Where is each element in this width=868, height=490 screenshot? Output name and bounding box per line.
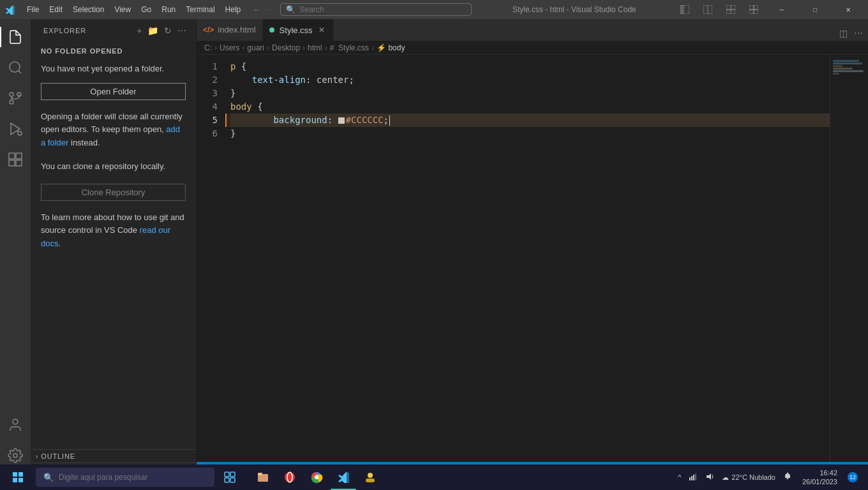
svg-point-13 bbox=[10, 93, 13, 96]
sidebar-title: Explorer bbox=[43, 27, 86, 34]
breadcrumb-html[interactable]: html bbox=[308, 43, 322, 52]
activity-source-control[interactable] bbox=[0, 83, 31, 114]
minimize-button[interactable]: ─ bbox=[767, 0, 797, 19]
tray-weather[interactable]: ☁ 22°C Nublado bbox=[719, 473, 778, 482]
sidebar-header: Explorer + 📁 ↻ ⋯ bbox=[31, 19, 196, 40]
no-folder-section: No Folder Opened You have not yet opened… bbox=[31, 40, 196, 269]
svg-rect-22 bbox=[16, 160, 22, 166]
menu-go[interactable]: Go bbox=[136, 3, 156, 17]
line-num-2: 2 bbox=[197, 73, 218, 87]
breadcrumb-guari[interactable]: guari bbox=[247, 43, 264, 52]
svg-rect-27 bbox=[225, 478, 229, 482]
tab-close-style[interactable]: ✕ bbox=[317, 25, 327, 35]
activity-search[interactable] bbox=[0, 52, 31, 83]
breadcrumb-body[interactable]: ⚡ body bbox=[377, 43, 405, 52]
layout-icon-1[interactable] bbox=[675, 5, 694, 14]
vscode-logo bbox=[5, 4, 15, 15]
menu-view[interactable]: View bbox=[109, 3, 136, 17]
svg-rect-37 bbox=[366, 479, 375, 482]
breadcrumb-c[interactable]: C: bbox=[204, 43, 212, 52]
start-button[interactable] bbox=[3, 464, 33, 490]
activity-explorer[interactable] bbox=[0, 22, 31, 52]
outline-label: Outline bbox=[41, 452, 75, 460]
no-folder-title: No Folder Opened bbox=[41, 47, 186, 55]
window-title: Style.css - html - Visual Studio Code bbox=[477, 5, 671, 14]
info-text-1: Opening a folder will close all currentl… bbox=[41, 112, 183, 135]
sidebar: Explorer + 📁 ↻ ⋯ No Folder Opened You ha… bbox=[31, 19, 197, 476]
code-token: body bbox=[230, 100, 257, 114]
tray-chevron[interactable]: ^ bbox=[675, 473, 684, 481]
open-folder-button[interactable]: Open Folder bbox=[41, 83, 186, 100]
layout-icon-2[interactable] bbox=[698, 5, 717, 14]
refresh-button[interactable]: ↻ bbox=[163, 24, 174, 37]
breadcrumb-users[interactable]: Users bbox=[220, 43, 239, 52]
nav-back-button[interactable]: ← bbox=[252, 5, 261, 14]
tray-show-desktop[interactable]: 12 bbox=[845, 472, 860, 482]
tray-network[interactable] bbox=[686, 472, 700, 482]
tray-notification[interactable] bbox=[781, 472, 795, 482]
svg-rect-26 bbox=[230, 472, 235, 477]
more-actions-button[interactable]: ⋯ bbox=[851, 26, 865, 41]
menu-run[interactable]: Run bbox=[156, 3, 181, 17]
activity-bar bbox=[0, 19, 31, 476]
code-line-1: p { bbox=[230, 60, 830, 73]
svg-rect-7 bbox=[749, 5, 754, 10]
taskbar-person[interactable] bbox=[357, 464, 383, 490]
svg-rect-20 bbox=[16, 153, 22, 159]
menu-help[interactable]: Help bbox=[220, 3, 246, 17]
taskbar-opera[interactable] bbox=[277, 464, 303, 490]
taskbar-search[interactable]: 🔍 bbox=[36, 468, 214, 487]
title-search-wrapper[interactable]: 🔍 bbox=[280, 3, 472, 16]
maximize-button[interactable]: □ bbox=[800, 0, 830, 19]
split-editor-button[interactable]: ◫ bbox=[837, 26, 850, 41]
svg-point-44 bbox=[787, 473, 788, 474]
menu-terminal[interactable]: Terminal bbox=[181, 3, 220, 17]
new-folder-button[interactable]: 📁 bbox=[146, 24, 160, 37]
clone-repository-button[interactable]: Clone Repository bbox=[41, 184, 186, 201]
tab-label-index: index.html bbox=[218, 25, 255, 34]
svg-rect-43 bbox=[786, 478, 788, 479]
taskbar-vscode[interactable] bbox=[331, 464, 356, 490]
taskbar-search-icon: 🔍 bbox=[43, 473, 54, 482]
tab-style-css[interactable]: Style.css ✕ bbox=[263, 19, 334, 41]
nav-forward-button[interactable]: → bbox=[264, 5, 273, 14]
activity-run[interactable] bbox=[0, 114, 31, 144]
weather-icon: ☁ bbox=[722, 473, 729, 482]
layout-icon-4[interactable] bbox=[744, 5, 763, 14]
menu-file[interactable]: File bbox=[22, 3, 44, 17]
activity-account[interactable] bbox=[0, 410, 31, 440]
svg-rect-1 bbox=[680, 5, 684, 14]
layout-icon-3[interactable] bbox=[721, 5, 740, 14]
title-search-input[interactable] bbox=[299, 5, 466, 14]
breadcrumb-style-css[interactable]: # Style.css bbox=[330, 43, 369, 52]
breadcrumb-desktop[interactable]: Desktop bbox=[272, 43, 300, 52]
tray-volume[interactable] bbox=[703, 472, 717, 482]
code-content[interactable]: p { text-align: center; } body { bbox=[225, 55, 830, 462]
activity-extensions[interactable] bbox=[0, 144, 31, 175]
search-icon: 🔍 bbox=[286, 5, 296, 14]
weather-temp: 22°C Nublado bbox=[731, 473, 775, 481]
tray-datetime[interactable]: 16:42 26/01/2023 bbox=[797, 468, 842, 487]
window-controls: ─ □ ✕ bbox=[675, 0, 863, 19]
taskbar-search-input[interactable] bbox=[59, 473, 207, 482]
tray-time-value: 16:42 bbox=[802, 468, 837, 477]
tab-index-html[interactable]: </> index.html bbox=[197, 19, 263, 41]
outline-header[interactable]: › Outline bbox=[31, 450, 196, 463]
tray-date-value: 26/01/2023 bbox=[802, 477, 837, 486]
close-button[interactable]: ✕ bbox=[834, 0, 863, 19]
menu-edit[interactable]: Edit bbox=[44, 3, 68, 17]
code-editor[interactable]: 1 2 3 4 5 6 p { text-align: center; bbox=[197, 55, 868, 462]
line-num-6: 6 bbox=[197, 127, 218, 140]
taskbar-task-view[interactable] bbox=[217, 464, 243, 490]
code-token: text-align bbox=[252, 73, 306, 87]
line-num-1: 1 bbox=[197, 60, 218, 73]
svg-rect-30 bbox=[258, 473, 262, 475]
taskbar-chrome[interactable] bbox=[304, 464, 329, 490]
minimap-line bbox=[833, 63, 862, 64]
new-file-button[interactable]: + bbox=[135, 24, 144, 37]
menu-selection[interactable]: Selection bbox=[68, 3, 109, 17]
title-bar: File Edit Selection View Go Run Terminal… bbox=[0, 0, 868, 19]
line-numbers: 1 2 3 4 5 6 bbox=[197, 55, 225, 462]
collapse-button[interactable]: ⋯ bbox=[176, 24, 188, 37]
taskbar-file-explorer[interactable] bbox=[250, 464, 276, 490]
